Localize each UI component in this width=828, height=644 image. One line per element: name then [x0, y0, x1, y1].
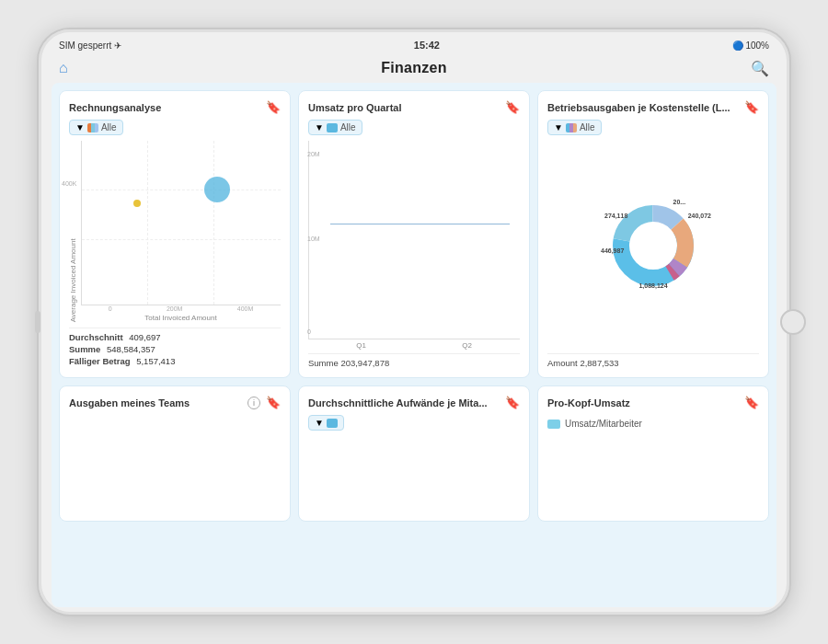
stat-faelliger-betrag: Fälliger Betrag 5,157,413	[69, 356, 281, 366]
dropdown-arrow-icon-umsatz: ▼	[315, 122, 324, 132]
card-rechnungsanalyse: Rechnungsanalyse 🔖 ▼ Alle Average Invoic…	[59, 90, 291, 378]
dropdown-arrow-icon: ▼	[75, 122, 85, 132]
stat-summe: Summe 548,584,357	[69, 344, 281, 354]
donut-svg-container: 1,088,124 446,987 274,118 240,072 20...	[603, 195, 704, 296]
page-title: Finanzen	[381, 60, 447, 76]
x-axis-ticks: 0 200M 400M	[81, 305, 281, 312]
grid-line-v1	[147, 141, 148, 305]
card-header-rechnungsanalyse: Rechnungsanalyse 🔖	[69, 100, 281, 114]
filter-color-durchschnittliche	[327, 419, 338, 428]
bar-x-q1: Q1	[356, 341, 366, 350]
stats-section: Durchschnitt 409,697 Summe 548,584,357 F…	[69, 328, 281, 368]
status-bar: SIM gesperrt ✈ 15:42 🔵 100%	[52, 37, 776, 53]
filter-row-durchschnittliche: ▼	[308, 415, 520, 431]
main-content: Rechnungsanalyse 🔖 ▼ Alle Average Invoic…	[52, 83, 776, 607]
donut-label-1088: 1,088,124	[638, 282, 667, 289]
card-umsatz: Umsatz pro Quartal 🔖 ▼ Alle 20M 10M 0	[298, 90, 530, 378]
scatter-dot-1	[133, 200, 141, 207]
bar-chart-umsatz: 20M 10M 0	[308, 141, 520, 368]
filter-btn-rechnungsanalyse[interactable]: ▼ Alle	[69, 120, 123, 135]
info-icon-ausgaben[interactable]: i	[247, 397, 260, 409]
bookmark-icon-rechnungsanalyse[interactable]: 🔖	[266, 100, 281, 114]
bookmark-icon-pro-kopf[interactable]: 🔖	[744, 396, 759, 409]
card-title-betriebsausgaben: Betriebsausgaben je Kostenstelle (L...	[547, 102, 730, 113]
filter-row-umsatz: ▼ Alle	[308, 120, 520, 135]
dropdown-arrow-icon-betriebsausgaben: ▼	[554, 122, 563, 132]
search-icon[interactable]: 🔍	[751, 60, 769, 77]
legend-label-pro-kopf: Umsatz/Mitarbeiter	[565, 419, 642, 429]
donut-chart-wrap: 1,088,124 446,987 274,118 240,072 20...	[547, 141, 759, 350]
donut-svg	[603, 195, 704, 296]
filter-btn-durchschnittliche[interactable]: ▼	[308, 415, 344, 431]
stat-durchschnitt: Durchschnitt 409,697	[69, 332, 281, 342]
card-header-betriebsausgaben: Betriebsausgaben je Kostenstelle (L... 🔖	[547, 100, 759, 114]
bookmark-icon-ausgaben[interactable]: 🔖	[266, 396, 281, 409]
summe-label: Summe	[308, 358, 340, 368]
bar-y-20m: 20M	[307, 151, 320, 157]
status-time: 15:42	[414, 40, 440, 51]
amount-value: 2,887,533	[580, 358, 618, 368]
status-right: 🔵 100%	[732, 40, 769, 51]
dropdown-arrow-icon-durchschnittliche: ▼	[315, 418, 324, 428]
sim-status: SIM gesperrt ✈	[59, 40, 121, 51]
card-header-pro-kopf: Pro-Kopf-Umsatz 🔖	[547, 396, 759, 409]
tablet-frame: SIM gesperrt ✈ 15:42 🔵 100% ⌂ Finanzen 🔍…	[37, 28, 791, 616]
donut-label-446: 446,987	[601, 247, 624, 254]
legend-color-pro-kopf	[547, 420, 560, 429]
grid-line-v2	[213, 141, 214, 305]
nav-bar: ⌂ Finanzen 🔍	[52, 53, 776, 83]
filter-row-betriebsausgaben: ▼ Alle	[547, 120, 759, 135]
grid-line-h1	[82, 190, 281, 190]
trend-line	[330, 224, 510, 224]
donut-label-274: 274,118	[604, 213, 627, 219]
card-title-ausgaben: Ausgaben meines Teams	[69, 397, 190, 408]
filter-btn-betriebsausgaben[interactable]: ▼ Alle	[547, 120, 602, 135]
y-axis-ticks: 400K	[62, 141, 76, 305]
legend-pro-kopf: Umsatz/Mitarbeiter	[547, 419, 759, 429]
card-header-durchschnittliche: Durchschnittliche Aufwände je Mita... 🔖	[308, 396, 520, 409]
bar-chart-area-umsatz: 20M 10M 0	[308, 141, 520, 339]
filter-color-betriebsausgaben	[566, 123, 577, 132]
scatter-area: 400K	[81, 141, 281, 305]
card-title-pro-kopf: Pro-Kopf-Umsatz	[547, 397, 630, 408]
filter-row-rechnungsanalyse: ▼ Alle	[69, 120, 281, 135]
amount-label: Amount	[547, 358, 580, 368]
summe-value: 203,947,878	[340, 358, 389, 368]
card-pro-kopf: Pro-Kopf-Umsatz 🔖 Umsatz/Mitarbeiter	[537, 385, 769, 521]
home-button[interactable]	[780, 309, 806, 335]
bar-y-10m: 10M	[307, 236, 320, 242]
battery-status: 🔵 100%	[732, 40, 769, 51]
card-ausgaben: Ausgaben meines Teams i 🔖	[59, 385, 291, 521]
filter-label-rechnungsanalyse: Alle	[101, 122, 117, 132]
scatter-dot-2	[204, 177, 230, 202]
filter-color-umsatz	[327, 123, 338, 132]
card-title-rechnungsanalyse: Rechnungsanalyse	[69, 102, 161, 113]
x-axis-label: Total Invoiced Amount	[81, 314, 281, 322]
filter-btn-umsatz[interactable]: ▼ Alle	[308, 120, 362, 135]
donut-label-20: 20...	[673, 199, 686, 205]
filter-color-rechnungsanalyse	[87, 123, 98, 132]
scatter-chart: Average Invoiced Amount 400K	[69, 141, 281, 322]
bookmark-icon-durchschnittliche[interactable]: 🔖	[505, 396, 520, 409]
bar-x-labels: Q1 Q2	[308, 341, 520, 350]
bar-y-0: 0	[307, 328, 311, 335]
card-title-umsatz: Umsatz pro Quartal	[308, 102, 401, 113]
bar-x-q2: Q2	[462, 341, 472, 350]
home-icon[interactable]: ⌂	[59, 60, 68, 76]
donut-summary: Amount 2,887,533	[547, 353, 759, 368]
side-button	[35, 311, 40, 333]
grid-line-h2	[82, 239, 281, 240]
bookmark-icon-umsatz[interactable]: 🔖	[505, 100, 520, 114]
bar-chart-summary: Summe 203,947,878	[308, 353, 520, 368]
status-left: SIM gesperrt ✈	[59, 40, 121, 51]
card-header-umsatz: Umsatz pro Quartal 🔖	[308, 100, 520, 114]
donut-label-240: 240,072	[688, 213, 711, 219]
card-title-durchschnittliche: Durchschnittliche Aufwände je Mita...	[308, 397, 488, 408]
bookmark-icon-betriebsausgaben[interactable]: 🔖	[744, 100, 759, 114]
card-durchschnittliche: Durchschnittliche Aufwände je Mita... 🔖 …	[298, 385, 530, 521]
filter-label-betriebsausgaben: Alle	[580, 122, 595, 132]
card-betriebsausgaben: Betriebsausgaben je Kostenstelle (L... 🔖…	[537, 90, 769, 378]
filter-label-umsatz: Alle	[340, 122, 356, 132]
card-header-ausgaben: Ausgaben meines Teams i 🔖	[69, 396, 281, 409]
